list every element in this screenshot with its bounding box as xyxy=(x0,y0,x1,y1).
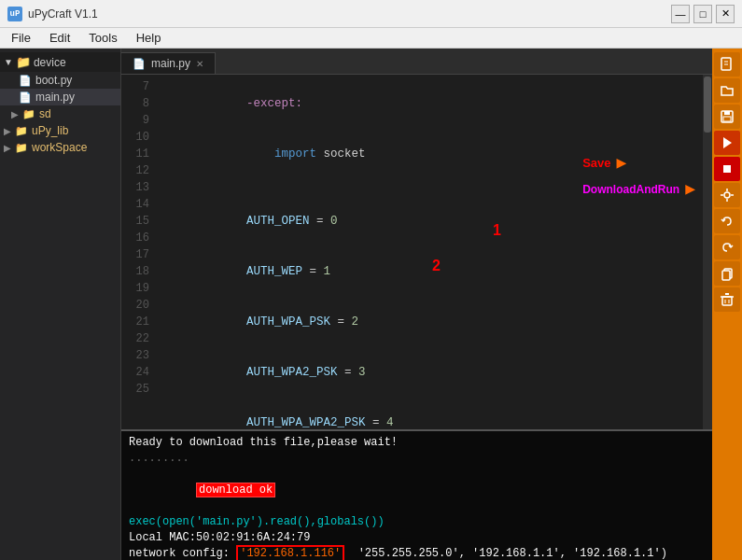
sidebar-item-workspace[interactable]: ▶ 📁 workSpace xyxy=(0,139,120,156)
save-label-container: Save ▶ xyxy=(582,155,695,172)
sidebar-item-main[interactable]: 📄 main.py xyxy=(0,89,120,105)
tab-close-icon[interactable]: ✕ xyxy=(196,59,203,69)
svg-rect-15 xyxy=(722,297,732,305)
save-arrow-icon: ▶ xyxy=(617,155,627,172)
download-label-container: DownloadAndRun ▶ xyxy=(582,181,695,198)
minimize-button[interactable]: — xyxy=(671,5,690,23)
right-toolbar xyxy=(712,49,742,560)
menu-edit[interactable]: Edit xyxy=(42,29,77,47)
toolbar-stop[interactable] xyxy=(714,157,740,181)
tab-main-py[interactable]: 📄 main.py ✕ xyxy=(121,52,216,74)
toolbar-redo[interactable] xyxy=(714,235,740,259)
code-line-11: AUTH_WEP = 1 xyxy=(157,246,703,297)
title-bar-left: uP uPyCraft V1.1 xyxy=(7,7,98,21)
code-editor[interactable]: 7 8 9 10 11 12 13 14 15 16 17 18 19 20 2… xyxy=(121,75,712,429)
toolbar-delete[interactable] xyxy=(714,287,740,312)
svg-rect-5 xyxy=(723,117,731,121)
save-label: Save xyxy=(582,155,610,172)
code-line-14: AUTH_WPA_WPA2_PSK = 4 xyxy=(157,398,703,429)
toolbar-open-file[interactable] xyxy=(714,78,740,103)
ip-address: '192.168.1.116' xyxy=(236,545,344,560)
sidebar-item-sd[interactable]: ▶ 📁 sd xyxy=(0,105,120,122)
code-line-12: AUTH_WPA_PSK = 2 xyxy=(157,297,703,347)
annotation-1: 1 xyxy=(493,222,501,239)
tree-device-root[interactable]: ▼ 📁 device xyxy=(0,52,120,72)
toolbar-new-file[interactable] xyxy=(714,52,740,77)
code-line-10: AUTH_OPEN = 0 xyxy=(157,196,703,246)
download-label: DownloadAndRun xyxy=(582,181,679,198)
terminal-line-4: exec(open('main.py').read(),globals()) xyxy=(129,514,705,530)
svg-point-8 xyxy=(724,192,730,198)
editor-area: 📄 main.py ✕ 7 8 9 10 11 12 13 14 15 xyxy=(121,49,712,560)
code-content[interactable]: -except: import socket AUTH_OPEN = 0 A xyxy=(157,75,703,429)
menu-file[interactable]: File xyxy=(4,29,38,47)
close-button[interactable]: ✕ xyxy=(716,5,735,23)
title-bar: uP uPyCraft V1.1 — □ ✕ xyxy=(0,0,742,28)
app-icon: uP xyxy=(7,7,22,21)
action-labels: Save ▶ DownloadAndRun ▶ xyxy=(582,155,695,198)
main-layout: ▼ 📁 device 📄 boot.py 📄 main.py ▶ 📁 sd ▶ … xyxy=(0,49,742,560)
terminal-line-5: Local MAC:50:02:91:6A:24:79 xyxy=(129,530,705,546)
code-line-13: AUTH_WPA2_PSK = 3 xyxy=(157,347,703,398)
window-title: uPyCraft V1.1 xyxy=(28,7,98,21)
toolbar-copy[interactable] xyxy=(714,261,740,286)
terminal-line-1: Ready to download this file,please wait! xyxy=(129,435,705,451)
toolbar-run[interactable] xyxy=(714,131,740,155)
menu-help[interactable]: Help xyxy=(129,29,169,47)
tab-bar: 📄 main.py ✕ xyxy=(121,49,712,75)
toolbar-undo[interactable] xyxy=(714,209,740,233)
svg-rect-7 xyxy=(723,165,731,173)
terminal-line-2: ......... xyxy=(129,451,705,467)
download-arrow-icon: ▶ xyxy=(685,181,695,198)
terminal: Ready to download this file,please wait!… xyxy=(121,429,712,560)
svg-marker-6 xyxy=(723,137,732,148)
code-line-7: -except: xyxy=(157,78,703,129)
terminal-line-3: download ok xyxy=(129,467,705,514)
toolbar-save[interactable] xyxy=(714,105,740,129)
scrollbar[interactable] xyxy=(703,75,712,429)
menu-tools[interactable]: Tools xyxy=(81,29,124,47)
toolbar-tools[interactable] xyxy=(714,183,740,207)
maximize-button[interactable]: □ xyxy=(693,5,712,23)
annotation-2: 2 xyxy=(432,258,441,274)
svg-rect-14 xyxy=(722,271,730,280)
svg-rect-4 xyxy=(724,111,730,115)
sidebar: ▼ 📁 device 📄 boot.py 📄 main.py ▶ 📁 sd ▶ … xyxy=(0,49,121,560)
menu-bar: File Edit Tools Help xyxy=(0,28,742,49)
sidebar-item-upylib[interactable]: ▶ 📁 uPy_lib xyxy=(0,122,120,139)
line-numbers: 7 8 9 10 11 12 13 14 15 16 17 18 19 20 2… xyxy=(121,75,157,429)
terminal-line-6: network config: '192.168.1.116' '255.255… xyxy=(129,546,705,560)
sidebar-item-boot[interactable]: 📄 boot.py xyxy=(0,72,120,89)
file-tree: ▼ 📁 device 📄 boot.py 📄 main.py ▶ 📁 sd ▶ … xyxy=(0,49,120,160)
window-controls: — □ ✕ xyxy=(671,5,735,23)
